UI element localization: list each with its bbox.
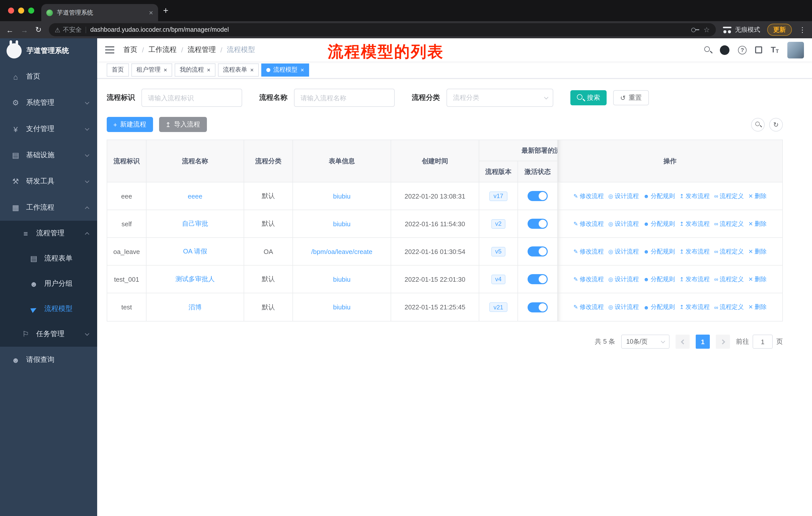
- minimize-window-button[interactable]: [18, 7, 24, 13]
- action-delete[interactable]: ✕删除: [748, 303, 766, 311]
- form-info-link[interactable]: biubiu: [333, 303, 350, 311]
- action-process-definition[interactable]: ∞流程定义: [714, 275, 744, 283]
- action-design-process[interactable]: ◎设计流程: [608, 275, 639, 283]
- browser-tab[interactable]: 芋道管理系统 ×: [41, 4, 158, 21]
- sidebar-item-process-management[interactable]: ≡ 流程管理: [0, 221, 97, 246]
- sidebar-item-system[interactable]: ⚙ 系统管理: [0, 90, 97, 116]
- password-key-icon[interactable]: [691, 27, 699, 32]
- tag-process-form[interactable]: 流程表单 ×: [218, 63, 259, 76]
- active-toggle[interactable]: [528, 219, 548, 229]
- action-edit-process[interactable]: ✎修改流程: [573, 219, 604, 228]
- form-info-link[interactable]: biubiu: [333, 192, 350, 200]
- close-window-button[interactable]: [8, 7, 14, 13]
- action-assign-rule[interactable]: ☻分配规则: [643, 247, 675, 256]
- action-edit-process[interactable]: ✎修改流程: [573, 192, 604, 200]
- prev-page-button[interactable]: [675, 334, 690, 349]
- action-process-definition[interactable]: ∞流程定义: [714, 192, 744, 200]
- tag-process-model[interactable]: 流程模型 ×: [261, 63, 309, 76]
- sidebar-item-workflow[interactable]: ▦ 工作流程: [0, 194, 97, 221]
- new-tab-button[interactable]: +: [163, 6, 168, 15]
- address-bar[interactable]: ⚠ 不安全 dashboard.yudao.iocoder.cn/bpm/man…: [49, 23, 716, 36]
- reload-icon[interactable]: ↻: [35, 25, 41, 34]
- search-icon[interactable]: [704, 46, 711, 53]
- action-publish-process[interactable]: ↥发布流程: [679, 219, 709, 228]
- hamburger-icon[interactable]: [105, 46, 114, 53]
- sidebar-item-task-management[interactable]: ⚐ 任务管理: [0, 322, 97, 347]
- page-number-1[interactable]: 1: [696, 334, 710, 349]
- create-process-button[interactable]: + 新建流程: [107, 117, 153, 132]
- process-name-link[interactable]: eeee: [188, 192, 202, 200]
- browser-update-button[interactable]: 更新: [767, 24, 792, 36]
- sidebar-item-infrastructure[interactable]: ▤ 基础设施: [0, 142, 97, 168]
- help-icon[interactable]: ?: [738, 46, 747, 54]
- sidebar-item-leave-query[interactable]: ☻ 请假查询: [0, 347, 97, 373]
- active-toggle[interactable]: [528, 302, 548, 312]
- action-process-definition[interactable]: ∞流程定义: [714, 303, 744, 311]
- process-name-input[interactable]: [294, 89, 395, 107]
- action-edit-process[interactable]: ✎修改流程: [573, 275, 604, 283]
- action-delete[interactable]: ✕删除: [748, 219, 766, 228]
- close-icon[interactable]: ×: [300, 67, 304, 73]
- action-publish-process[interactable]: ↥发布流程: [679, 303, 709, 311]
- process-name-link[interactable]: 自己审批: [182, 219, 208, 228]
- action-publish-process[interactable]: ↥发布流程: [679, 247, 709, 256]
- process-name-link[interactable]: 测试多审批人: [175, 275, 215, 284]
- browser-menu-icon[interactable]: ⋮: [799, 26, 806, 34]
- form-info-link[interactable]: biubiu: [333, 220, 350, 227]
- security-indicator[interactable]: ⚠ 不安全: [55, 25, 82, 34]
- sidebar-logo[interactable]: 芋道管理系统: [0, 38, 97, 63]
- tag-my-process[interactable]: 我的流程 ×: [175, 63, 215, 76]
- close-icon[interactable]: ×: [207, 67, 210, 73]
- active-toggle[interactable]: [528, 274, 548, 284]
- sidebar-item-user-group[interactable]: ☻ 用户分组: [0, 271, 97, 296]
- tab-close-icon[interactable]: ×: [149, 9, 153, 16]
- process-name-link[interactable]: OA 请假: [183, 247, 207, 256]
- reset-button[interactable]: ↺ 重置: [613, 90, 649, 105]
- close-icon[interactable]: ×: [164, 67, 167, 73]
- sidebar-item-process-form[interactable]: ▤ 流程表单: [0, 246, 97, 271]
- close-icon[interactable]: ×: [250, 67, 254, 73]
- process-name-link[interactable]: 滔博: [188, 303, 202, 312]
- action-process-definition[interactable]: ∞流程定义: [714, 247, 744, 256]
- breadcrumb-process-management[interactable]: 流程管理: [188, 45, 216, 54]
- next-page-button[interactable]: [716, 334, 730, 349]
- bookmark-star-icon[interactable]: ☆: [703, 26, 710, 34]
- action-publish-process[interactable]: ↥发布流程: [679, 275, 709, 283]
- action-assign-rule[interactable]: ☻分配规则: [643, 192, 675, 200]
- process-category-select[interactable]: 流程分类: [446, 89, 553, 107]
- sidebar-item-payment[interactable]: ¥ 支付管理: [0, 116, 97, 142]
- action-assign-rule[interactable]: ☻分配规则: [643, 303, 675, 311]
- action-delete[interactable]: ✕删除: [748, 275, 766, 283]
- back-icon[interactable]: ←: [6, 25, 13, 34]
- toggle-search-button[interactable]: [751, 118, 765, 131]
- github-icon[interactable]: [720, 45, 729, 55]
- font-size-icon[interactable]: TT: [771, 46, 779, 54]
- action-edit-process[interactable]: ✎修改流程: [573, 303, 604, 311]
- search-button[interactable]: 搜索: [570, 90, 607, 105]
- page-size-select[interactable]: 10条/页: [621, 334, 670, 349]
- action-process-definition[interactable]: ∞流程定义: [714, 219, 744, 228]
- sidebar-item-home[interactable]: ⌂ 首页: [0, 63, 97, 90]
- form-info-link[interactable]: biubiu: [333, 275, 350, 283]
- process-id-input[interactable]: [141, 89, 242, 107]
- avatar[interactable]: [787, 42, 804, 58]
- maximize-window-button[interactable]: [28, 7, 34, 13]
- breadcrumb-home[interactable]: 首页: [123, 45, 138, 54]
- action-design-process[interactable]: ◎设计流程: [608, 192, 639, 200]
- active-toggle[interactable]: [528, 246, 548, 256]
- forward-icon[interactable]: →: [21, 25, 28, 34]
- action-design-process[interactable]: ◎设计流程: [608, 303, 639, 311]
- breadcrumb-workflow[interactable]: 工作流程: [148, 45, 177, 54]
- action-publish-process[interactable]: ↥发布流程: [679, 192, 709, 200]
- sidebar-item-devtools[interactable]: ⚒ 研发工具: [0, 168, 97, 194]
- action-assign-rule[interactable]: ☻分配规则: [643, 219, 675, 228]
- sidebar-item-process-model[interactable]: 流程模型: [0, 296, 97, 322]
- import-process-button[interactable]: ↥ 导入流程: [159, 117, 207, 132]
- form-info-link[interactable]: /bpm/oa/leave/create: [311, 248, 373, 255]
- refresh-button[interactable]: ↻: [769, 118, 783, 131]
- goto-page-input[interactable]: [753, 334, 773, 349]
- action-design-process[interactable]: ◎设计流程: [608, 219, 639, 228]
- action-design-process[interactable]: ◎设计流程: [608, 247, 639, 256]
- fullscreen-icon[interactable]: [755, 46, 762, 53]
- action-delete[interactable]: ✕删除: [748, 247, 766, 256]
